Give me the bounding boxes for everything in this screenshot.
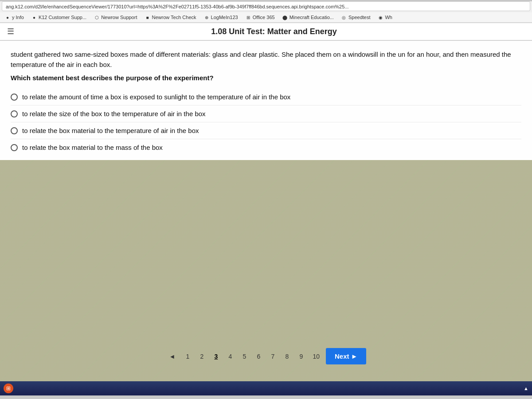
page-num-6[interactable]: 6 [253, 352, 264, 361]
page-num-1[interactable]: 1 [182, 352, 193, 361]
system-tray: ▲ [524, 386, 528, 391]
start-button[interactable]: ⊞ [4, 383, 13, 393]
pagination-prev-arrow[interactable]: ◄ [166, 351, 179, 362]
browser-chrome: ang.k12.com/d2l/le/enhancedSequenceViewe… [0, 1, 532, 23]
radio-opt-a [11, 94, 18, 101]
radio-opt-b [11, 110, 18, 117]
page-num-4[interactable]: 4 [225, 352, 235, 361]
bookmark-icon-newrow-support: ⬡ [94, 14, 100, 20]
bookmark-wh[interactable]: ◉Wh [375, 13, 395, 21]
bookmark-speedtest[interactable]: ◎Speedtest [338, 13, 373, 21]
bookmark-icon-speedtest: ◎ [341, 14, 347, 20]
bookmark-logmein[interactable]: ⊕LogMeIn123 [201, 13, 241, 21]
bookmark-icon-newrow-tech: ■ [144, 14, 150, 20]
taskbar: ⊞ ▲ [0, 381, 532, 395]
bookmarks-bar: ●y Info●K12 Customer Supp...⬡Newrow Supp… [0, 12, 532, 23]
bookmark-k12-supp[interactable]: ●K12 Customer Supp... [28, 13, 89, 21]
option-text-opt-a: to relate the amount of time a box is ex… [22, 93, 290, 101]
next-button[interactable]: Next ► [326, 348, 367, 364]
bookmark-icon-office365: ⊞ [245, 14, 251, 20]
page-title: 1.08 Unit Test: Matter and Energy [23, 27, 525, 36]
question-prompt: Which statement best describes the purpo… [11, 74, 521, 82]
option-text-opt-b: to relate the size of the box to the tem… [22, 110, 206, 117]
option-opt-a[interactable]: to relate the amount of time a box is ex… [11, 89, 521, 106]
bookmark-minecraft[interactable]: ⬤Minecraft Educatio... [279, 13, 336, 21]
page-num-3[interactable]: 3 [211, 352, 221, 361]
hamburger-menu-icon[interactable]: ☰ [7, 27, 14, 36]
header-bar: ☰ 1.08 Unit Test: Matter and Energy [0, 23, 532, 40]
address-bar[interactable]: ang.k12.com/d2l/le/enhancedSequenceViewe… [2, 1, 530, 11]
bookmark-newrow-tech[interactable]: ■Newrow Tech Check [141, 13, 199, 21]
main-page: ☰ 1.08 Unit Test: Matter and Energy stud… [0, 23, 532, 395]
bookmark-icon-wh: ◉ [377, 14, 383, 20]
radio-opt-c [11, 127, 18, 134]
question-context: student gathered two same-sized boxes ma… [11, 50, 521, 70]
bookmark-icon-minecraft: ⬤ [282, 14, 288, 20]
page-num-2[interactable]: 2 [196, 352, 207, 361]
radio-opt-d [11, 144, 18, 151]
pagination-bar: ◄12345678910Next ► [0, 344, 532, 369]
option-opt-c[interactable]: to relate the box material to the temper… [11, 122, 521, 139]
page-num-5[interactable]: 5 [239, 352, 250, 361]
option-text-opt-d: to relate the box material to the mass o… [22, 144, 163, 151]
bookmark-icon-logmein: ⊕ [203, 14, 210, 20]
page-num-8[interactable]: 8 [282, 352, 292, 361]
tray-icon: ▲ [524, 386, 528, 391]
options-list: to relate the amount of time a box is ex… [11, 89, 521, 156]
page-num-9[interactable]: 9 [296, 352, 306, 361]
bookmark-icon-k12-supp: ● [31, 14, 37, 20]
bookmark-newrow-support[interactable]: ⬡Newrow Support [91, 13, 140, 21]
page-num-10[interactable]: 10 [310, 352, 322, 361]
bookmark-y-info[interactable]: ●y Info [2, 13, 27, 21]
bookmark-icon-y-info: ● [4, 14, 11, 20]
option-opt-b[interactable]: to relate the size of the box to the tem… [11, 106, 521, 122]
page-num-7[interactable]: 7 [267, 352, 278, 361]
option-text-opt-c: to relate the box material to the temper… [22, 127, 199, 134]
question-area: student gathered two same-sized boxes ma… [0, 41, 532, 160]
bookmark-office365[interactable]: ⊞Office 365 [243, 13, 278, 21]
content-area: ☰ 1.08 Unit Test: Matter and Energy stud… [0, 23, 532, 160]
option-opt-d[interactable]: to relate the box material to the mass o… [11, 139, 521, 156]
